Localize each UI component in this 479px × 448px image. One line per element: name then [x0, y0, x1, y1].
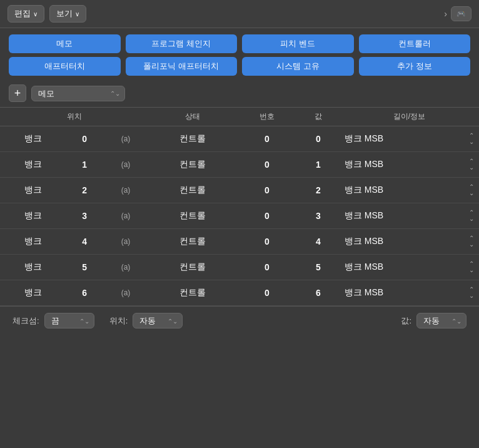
cell-status: 컨트롤 — [149, 280, 236, 306]
bottom-controls: 체크섬: 끔 켬 위치: 자동 수동 값: 자동 수동 — [0, 306, 479, 335]
info-stepper[interactable]: ⌃⌄ — [469, 261, 474, 273]
edit-chevron-icon: ∨ — [33, 11, 38, 18]
cell-info: 뱅크 MSB ⌃⌄ — [340, 178, 479, 203]
add-button[interactable]: + — [9, 84, 26, 102]
view-chevron-icon: ∨ — [75, 11, 79, 18]
cell-info: 뱅크 MSB ⌃⌄ — [340, 280, 479, 306]
table-body: 뱅크 0 (a) 컨트롤 0 0 뱅크 MSB ⌃⌄ 뱅크 1 (a) 컨트롤 … — [0, 126, 479, 306]
checkbox-group: 체크섬: 끔 켬 — [13, 313, 94, 328]
info-stepper[interactable]: ⌃⌄ — [469, 287, 474, 299]
cell-pos-label: 뱅크 — [0, 280, 66, 306]
table-row: 뱅크 0 (a) 컨트롤 0 0 뱅크 MSB ⌃⌄ — [0, 126, 479, 152]
info-stepper[interactable]: ⌃⌄ — [469, 133, 474, 145]
header-info: 길이/정보 — [340, 108, 479, 126]
value-group: 값: 자동 수동 — [401, 313, 466, 328]
cell-pos-letter: (a) — [103, 229, 149, 255]
cell-number: 0 — [236, 255, 297, 280]
cell-value: 2 — [297, 178, 340, 203]
table-header: 위치 상태 번호 값 길이/정보 — [0, 108, 479, 126]
info-stepper[interactable]: ⌃⌄ — [469, 184, 474, 196]
info-stepper[interactable]: ⌃⌄ — [469, 235, 474, 248]
table-row: 뱅크 6 (a) 컨트롤 0 6 뱅크 MSB ⌃⌄ — [0, 280, 479, 306]
cell-value: 0 — [297, 126, 340, 152]
cell-number: 0 — [236, 152, 297, 178]
tab-row-1: 메모 프로그램 체인지 피치 벤드 컨트롤러 — [9, 34, 470, 53]
info-text: 뱅크 MSB — [345, 133, 383, 145]
cell-value: 3 — [297, 203, 340, 229]
table-row: 뱅크 1 (a) 컨트롤 0 1 뱅크 MSB ⌃⌄ — [0, 152, 479, 178]
info-text: 뱅크 MSB — [345, 262, 383, 273]
cell-pos-letter: (a) — [103, 178, 149, 203]
cell-pos-letter: (a) — [103, 280, 149, 306]
cell-number: 0 — [236, 203, 297, 229]
arrow-icon: › — [444, 9, 447, 19]
cell-number: 0 — [236, 178, 297, 203]
header-position: 위치 — [0, 108, 149, 126]
cell-status: 컨트롤 — [149, 178, 236, 203]
cell-pos-num: 2 — [66, 178, 103, 203]
info-stepper[interactable]: ⌃⌄ — [469, 158, 474, 171]
cell-pos-letter: (a) — [103, 152, 149, 178]
cell-pos-num: 3 — [66, 203, 103, 229]
tab-poly-aftertouch[interactable]: 폴리포닉 애프터터치 — [126, 57, 238, 76]
position-group: 위치: 자동 수동 — [109, 313, 183, 328]
tab-controller[interactable]: 컨트롤러 — [359, 34, 471, 53]
table-row: 뱅크 3 (a) 컨트롤 0 3 뱅크 MSB ⌃⌄ — [0, 203, 479, 229]
cell-number: 0 — [236, 280, 297, 306]
cell-pos-letter: (a) — [103, 255, 149, 280]
position-select[interactable]: 자동 수동 — [133, 313, 183, 328]
cell-pos-label: 뱅크 — [0, 152, 66, 178]
add-row: + 메모 — [0, 81, 479, 108]
tab-row-2: 애프터터치 폴리포닉 애프터터치 시스템 고유 추가 정보 — [9, 57, 470, 76]
tab-program-change[interactable]: 프로그램 체인지 — [126, 34, 238, 53]
memo-selector[interactable]: 메모 — [31, 86, 125, 101]
header-status: 상태 — [149, 108, 236, 126]
cell-pos-num: 4 — [66, 229, 103, 255]
info-stepper[interactable]: ⌃⌄ — [469, 210, 474, 222]
cell-pos-num: 5 — [66, 255, 103, 280]
tab-memo[interactable]: 메모 — [9, 34, 121, 53]
checkbox-select[interactable]: 끔 켬 — [44, 313, 94, 328]
cell-pos-label: 뱅크 — [0, 126, 66, 152]
toolbar: 편집 ∨ 보기 ∨ › 🎮 — [0, 0, 479, 28]
data-table: 위치 상태 번호 값 길이/정보 뱅크 0 (a) 컨트롤 0 0 뱅크 MSB… — [0, 108, 479, 306]
toolbar-right: › 🎮 — [444, 6, 471, 21]
tab-extra-info[interactable]: 추가 정보 — [359, 57, 471, 76]
cell-pos-letter: (a) — [103, 203, 149, 229]
cell-pos-letter: (a) — [103, 126, 149, 152]
cell-info: 뱅크 MSB ⌃⌄ — [340, 126, 479, 152]
cell-value: 6 — [297, 280, 340, 306]
position-label: 위치: — [109, 315, 128, 327]
checkbox-label: 체크섬: — [13, 315, 39, 327]
view-dropdown[interactable]: 보기 ∨ — [49, 5, 86, 23]
tab-rows: 메모 프로그램 체인지 피치 벤드 컨트롤러 애프터터치 폴리포닉 애프터터치 … — [0, 28, 479, 81]
header-number: 번호 — [236, 108, 297, 126]
info-text: 뱅크 MSB — [345, 287, 383, 298]
cell-info: 뱅크 MSB ⌃⌄ — [340, 152, 479, 178]
value-select[interactable]: 자동 수동 — [416, 313, 466, 328]
cell-number: 0 — [236, 229, 297, 255]
cell-info: 뱅크 MSB ⌃⌄ — [340, 203, 479, 229]
tab-pitch-bend[interactable]: 피치 벤드 — [242, 34, 354, 53]
cell-number: 0 — [236, 126, 297, 152]
header-value: 값 — [297, 108, 340, 126]
tab-system-exclusive[interactable]: 시스템 고유 — [242, 57, 354, 76]
cell-pos-num: 1 — [66, 152, 103, 178]
cell-pos-num: 6 — [66, 280, 103, 306]
edit-dropdown[interactable]: 편집 ∨ — [8, 5, 44, 23]
cell-status: 컨트롤 — [149, 126, 236, 152]
cell-value: 4 — [297, 229, 340, 255]
checkbox-select-wrapper: 끔 켬 — [44, 313, 94, 328]
cell-info: 뱅크 MSB ⌃⌄ — [340, 229, 479, 255]
cell-pos-label: 뱅크 — [0, 178, 66, 203]
info-text: 뱅크 MSB — [345, 159, 383, 170]
game-icon-button[interactable]: 🎮 — [451, 6, 471, 21]
cell-status: 컨트롤 — [149, 255, 236, 280]
info-text: 뱅크 MSB — [345, 185, 383, 196]
tab-aftertouch[interactable]: 애프터터치 — [9, 57, 121, 76]
cell-status: 컨트롤 — [149, 229, 236, 255]
toolbar-left: 편집 ∨ 보기 ∨ — [8, 5, 86, 23]
table-row: 뱅크 5 (a) 컨트롤 0 5 뱅크 MSB ⌃⌄ — [0, 255, 479, 280]
cell-info: 뱅크 MSB ⌃⌄ — [340, 255, 479, 280]
table-row: 뱅크 2 (a) 컨트롤 0 2 뱅크 MSB ⌃⌄ — [0, 178, 479, 203]
